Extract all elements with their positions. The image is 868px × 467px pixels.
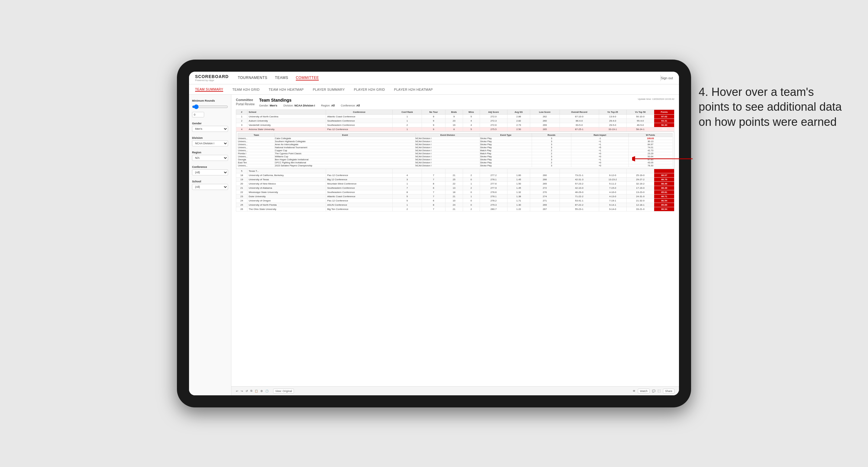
cell-avg-sg: 1.50 [507, 182, 530, 186]
cell-vs50: 55-4-0 [626, 119, 654, 123]
tooltip-w-points: 109.63 [628, 137, 673, 140]
cell-points[interactable]: 88.48 [654, 186, 675, 190]
cell-points[interactable]: 88.49 [654, 182, 675, 186]
cell-rank: 21 [236, 186, 247, 190]
subnav-team-summary[interactable]: TEAM SUMMARY [195, 87, 223, 92]
min-rounds-label: Minimum Rounds [192, 99, 228, 102]
nav-committee[interactable]: COMMITTEE [296, 75, 319, 81]
tooltip-rounds: 3 [532, 164, 571, 167]
cell-avg-sg: 1.22 [507, 207, 530, 211]
region-select[interactable]: N/A [192, 155, 228, 161]
cell-adj-score: 272.6 [480, 123, 507, 127]
cell-points[interactable] [654, 169, 675, 173]
tooltip-event: Copper Cup [275, 149, 415, 152]
redo-icon[interactable]: ↪ [241, 390, 243, 393]
cell-no-tour: 9 [422, 127, 445, 131]
subnav-player-h2h-grid[interactable]: PLAYER H2H GRID [354, 88, 385, 91]
share-button[interactable]: Share [663, 389, 675, 394]
expand-icon[interactable]: ⛶ [658, 390, 660, 393]
cell-points[interactable]: 88.70 [654, 178, 675, 182]
tooltip-type: Stroke Play [480, 158, 532, 161]
tooltip-type: Stroke Play [480, 137, 532, 140]
tooltip-div: NCAA Division I [415, 143, 480, 146]
cell-overall: 53-41-1 [559, 199, 599, 203]
cell-school: University of Alabama [247, 186, 326, 190]
tooltip-div: NCAA Division I [415, 161, 480, 164]
table-row: 20 University of New Mexico Mountain Wes… [236, 182, 675, 186]
cell-vs25: 13-9-0 [599, 115, 626, 119]
cell-conf-rank: 1 [393, 127, 422, 131]
portal-subtitle: Portal Review [236, 102, 255, 106]
table-row: 22 Mississippi State University Southeas… [236, 190, 675, 194]
tooltip-event: Williams Cup [275, 155, 415, 158]
settings-icon[interactable]: ⚙ [260, 390, 263, 393]
tooltip-div: NCAA Division I [415, 137, 480, 140]
cell-low-score: 274 [530, 194, 559, 199]
cell-rank: 3 [236, 123, 247, 127]
cell-avg-sg: 2.82 [507, 119, 530, 123]
tooltip-rounds: 2 [532, 149, 571, 152]
cell-points[interactable]: 85.89 [654, 203, 675, 207]
tooltip-event: Southern Highlands Collegiate [275, 140, 415, 143]
school-select[interactable]: (All) [192, 184, 228, 190]
cell-points[interactable]: 88.94 [654, 207, 675, 211]
tooltip-type: Match Play [480, 149, 532, 152]
tooltip-team: East Ten [238, 161, 275, 164]
cell-vs25: 6-12-0 [599, 173, 626, 178]
undo-icon[interactable]: ↩ [236, 390, 238, 393]
tooltip-type: Stroke Play [480, 146, 532, 149]
min-rounds-input[interactable] [192, 103, 228, 111]
nav-tournaments[interactable]: TOURNAMENTS [238, 75, 267, 81]
view-original-button[interactable]: View: Original [273, 389, 294, 394]
nav-teams[interactable]: TEAMS [275, 75, 288, 81]
tooltip-th-w-points: W Points [628, 133, 673, 137]
tooltip-team: Univers... [238, 146, 275, 149]
cell-overall: 67-10-0 [559, 115, 599, 119]
clock-icon[interactable]: 🕐 [265, 390, 269, 393]
tooltip-rank-impact: +0 [571, 155, 628, 158]
cell-points[interactable]: 88.07 [654, 173, 675, 178]
standings-block: Team Standings Gender: Men's Division: N… [259, 98, 360, 107]
chat-icon[interactable]: 💬 [652, 390, 655, 393]
copy-icon[interactable]: ⧉ [250, 389, 252, 393]
cell-points[interactable]: 85.81 [654, 190, 675, 194]
cell-conf: Atlantic Coast Conference [326, 115, 392, 119]
cell-rank: 24 [236, 199, 247, 203]
reset-icon[interactable]: ↺ [246, 390, 248, 393]
paste-icon[interactable]: 📋 [255, 390, 258, 393]
cell-points[interactable]: 93.31 [654, 119, 675, 123]
cell-school: Vanderbilt University [247, 123, 326, 127]
cell-overall: 87-22-2 [559, 203, 599, 207]
tooltip-w-points: 76.30 [628, 164, 673, 167]
cell-points[interactable]: 86.54 [654, 199, 675, 203]
standings-table: # School Conference Conf Rank No Tour Bn… [236, 110, 675, 211]
tooltip-team: Georgia [238, 158, 275, 161]
tablet-frame: SCOREBOARD Powered by clippi TOURNAMENTS… [177, 60, 691, 407]
cell-conf: Big Ten Conference [326, 207, 392, 211]
subnav-player-h2h-heatmap[interactable]: PLAYER H2H HEATMAP [394, 88, 433, 91]
watch-button[interactable]: Watch [638, 389, 650, 394]
tooltip-team: Univers... [238, 155, 275, 158]
division-select[interactable]: NCAA Division I [192, 141, 228, 146]
subnav-team-h2h-grid[interactable]: TEAM H2H GRID [232, 88, 259, 91]
cell-overall: 86-4-0 [559, 119, 599, 123]
cell-points[interactable]: 97.02 [654, 115, 675, 119]
cell-no-tour: 7 [422, 190, 445, 194]
min-rounds-value[interactable] [192, 112, 204, 117]
cell-points[interactable]: 88.71 [654, 194, 675, 199]
sign-out-button[interactable]: Sign out [661, 76, 673, 80]
tooltip-event: National Invitational Tournament [275, 146, 415, 149]
cell-avg-sg: 1.45 [507, 178, 530, 182]
cell-avg-sg: 1.38 [507, 194, 530, 199]
gender-select[interactable]: Men's [192, 126, 228, 132]
subnav-player-summary[interactable]: PLAYER SUMMARY [313, 88, 345, 91]
cell-conf-rank: 2 [393, 123, 422, 127]
subnav-team-h2h-heatmap[interactable]: TEAM H2H HEATMAP [269, 88, 304, 91]
cell-points-hover[interactable]: 79.5 [654, 127, 675, 131]
table-row: 5 Texas T... [236, 169, 675, 173]
tooltip-team: Univers... [238, 164, 275, 167]
cell-low-score: 267 [530, 207, 559, 211]
conference-select[interactable]: (All) [192, 169, 228, 176]
cell-conf: Pac-12 Conference [326, 173, 392, 178]
cell-points[interactable]: 90.30 [654, 123, 675, 127]
